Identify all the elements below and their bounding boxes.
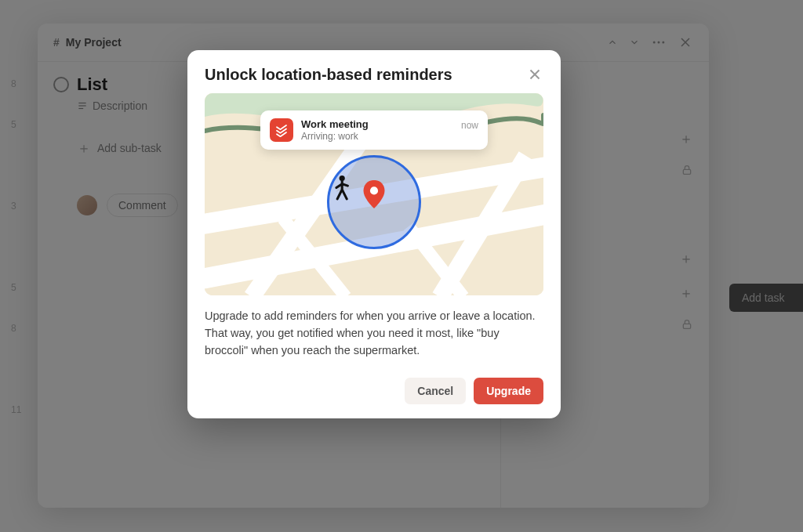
walking-person-icon [329,175,353,203]
notification-subtitle: Arriving: work [301,131,453,142]
modal-title: Unlock location-based reminders [205,66,452,84]
map-illustration: Work meeting Arriving: work now [205,93,543,295]
location-pin-icon [363,180,385,208]
close-icon[interactable] [526,66,543,83]
svg-point-14 [370,187,378,195]
notification-time: now [461,120,478,131]
notification-preview: Work meeting Arriving: work now [260,110,488,150]
todoist-app-icon [270,118,293,142]
notification-title: Work meeting [301,118,453,130]
modal-description: Upgrade to add reminders for when you ar… [205,308,543,359]
upgrade-modal: Unlock location-based reminders [187,50,561,418]
cancel-button[interactable]: Cancel [405,378,466,404]
upgrade-button[interactable]: Upgrade [474,378,543,404]
